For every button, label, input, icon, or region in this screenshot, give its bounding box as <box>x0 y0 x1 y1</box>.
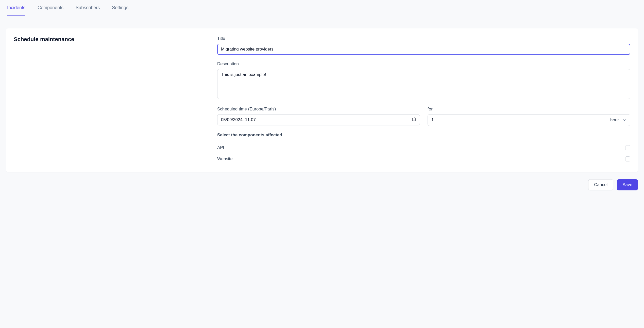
duration-value-input[interactable] <box>431 118 610 123</box>
scheduled-time-label: Scheduled time (Europe/Paris) <box>217 107 420 112</box>
tab-bar: Incidents Components Subscribers Setting… <box>6 0 638 16</box>
tab-incidents[interactable]: Incidents <box>7 0 25 16</box>
component-name-website: Website <box>217 156 233 161</box>
for-label: for <box>428 107 630 112</box>
description-label: Description <box>217 61 630 67</box>
duration-unit: hour <box>610 118 619 123</box>
duration-select[interactable]: hour <box>428 114 630 126</box>
tab-subscribers[interactable]: Subscribers <box>76 0 100 16</box>
title-input[interactable] <box>217 44 630 55</box>
tab-settings[interactable]: Settings <box>112 0 128 16</box>
component-row: API <box>217 142 630 153</box>
action-row: Cancel Save <box>6 179 638 190</box>
component-row: Website <box>217 153 630 165</box>
tab-components[interactable]: Components <box>38 0 63 16</box>
component-checkbox-website[interactable] <box>625 156 630 161</box>
components-section-label: Select the components affected <box>217 133 630 138</box>
title-label: Title <box>217 36 630 41</box>
chevron-down-icon <box>622 118 626 122</box>
schedule-maintenance-card: Schedule maintenance Title Description T… <box>6 28 638 172</box>
component-name-api: API <box>217 145 224 150</box>
save-button[interactable]: Save <box>617 179 638 190</box>
page-title: Schedule maintenance <box>14 36 217 43</box>
description-textarea[interactable]: This is just an example! <box>217 69 630 99</box>
cancel-button[interactable]: Cancel <box>588 179 613 190</box>
component-checkbox-api[interactable] <box>625 145 630 150</box>
scheduled-time-input[interactable] <box>217 114 420 125</box>
